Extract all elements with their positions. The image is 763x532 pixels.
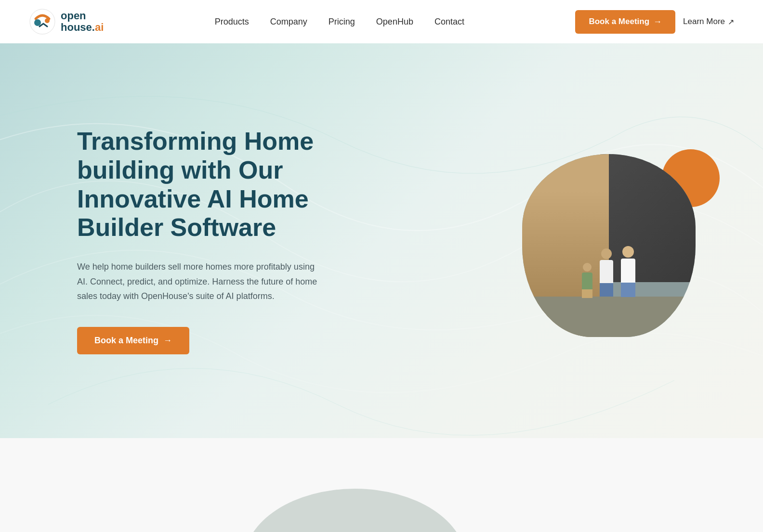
bottom-section: #OPENPREDICT (0, 438, 763, 532)
hero-description: We help home builders sell more homes mo… (77, 260, 318, 304)
nav-links: Products Company Pricing OpenHub Contact (215, 17, 464, 27)
nav-products[interactable]: Products (215, 17, 249, 27)
hero-photo (522, 154, 696, 337)
people-group (580, 246, 637, 297)
ground (522, 297, 696, 337)
photo-scene (522, 154, 696, 337)
man-body (621, 259, 635, 283)
man-legs (621, 283, 635, 297)
bottom-circle-decoration (244, 489, 466, 532)
nav-openhub[interactable]: OpenHub (376, 17, 413, 27)
svg-point-1 (34, 19, 41, 26)
svg-point-2 (45, 18, 50, 23)
svg-point-0 (30, 9, 55, 34)
arrow-right-icon: → (653, 17, 662, 27)
nav-actions: Book a Meeting → Learn More ↗ (575, 10, 734, 34)
book-meeting-nav-button[interactable]: Book a Meeting → (575, 10, 675, 34)
person-child (580, 263, 594, 297)
nav-contact[interactable]: Contact (434, 17, 464, 27)
hero-content: Transforming Home building with Our Inno… (0, 89, 763, 393)
navigation: open house.ai Products Company Pricing O… (0, 0, 763, 43)
hero-text: Transforming Home building with Our Inno… (77, 127, 347, 354)
woman-head (601, 248, 612, 259)
book-meeting-hero-button[interactable]: Book a Meeting → (77, 327, 189, 354)
hero-title: Transforming Home building with Our Inno… (77, 127, 347, 242)
nav-company[interactable]: Company (270, 17, 307, 27)
child-body (582, 272, 592, 289)
logo-icon (29, 8, 56, 35)
logo-name-line2: house.ai (61, 22, 104, 33)
external-link-icon: ↗ (728, 17, 734, 26)
nav-pricing[interactable]: Pricing (329, 17, 355, 27)
man-head (622, 246, 634, 258)
logo-ai-suffix: ai (95, 21, 104, 33)
person-woman (598, 248, 615, 297)
logo[interactable]: open house.ai (29, 8, 104, 35)
hero-arrow-right-icon: → (163, 336, 172, 346)
woman-body (600, 260, 613, 283)
child-head (583, 263, 592, 272)
logo-name-line1: open (61, 10, 104, 22)
hero-image-area (522, 140, 705, 342)
logo-text: open house.ai (61, 10, 104, 33)
person-man (619, 246, 637, 297)
learn-more-nav-button[interactable]: Learn More ↗ (683, 17, 734, 26)
woman-legs (600, 283, 613, 297)
child-legs (582, 289, 592, 298)
hero-section: Transforming Home building with Our Inno… (0, 43, 763, 438)
